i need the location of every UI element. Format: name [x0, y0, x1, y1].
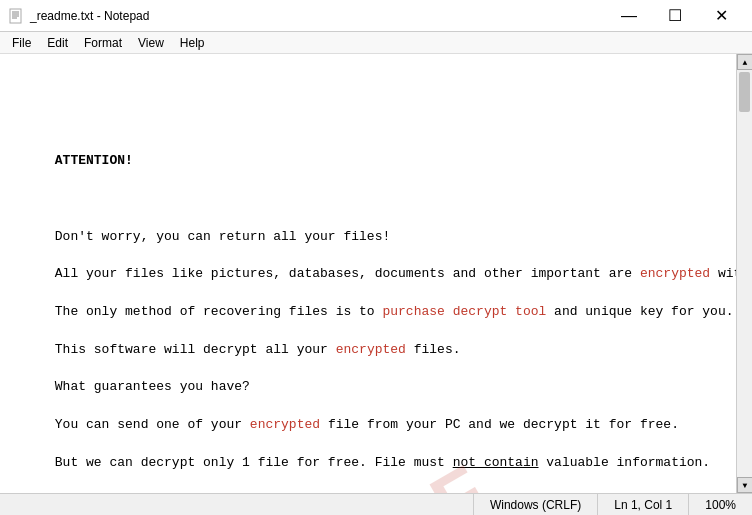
menu-edit[interactable]: Edit — [39, 34, 76, 52]
window-controls: — ☐ ✕ — [606, 0, 744, 32]
scroll-down-button[interactable]: ▼ — [737, 477, 752, 493]
menu-file[interactable]: File — [4, 34, 39, 52]
line-7: But we can decrypt only 1 file for free.… — [55, 455, 710, 470]
line-1: Don't worry, you can return all your fil… — [55, 229, 390, 244]
scroll-thumb[interactable] — [739, 72, 750, 112]
app-icon — [8, 8, 24, 24]
menu-bar: File Edit Format View Help — [0, 32, 752, 54]
status-zoom: 100% — [689, 494, 752, 515]
scroll-up-button[interactable]: ▲ — [737, 54, 752, 70]
vertical-scrollbar[interactable]: ▲ ▼ — [736, 54, 752, 493]
line-2: All your files like pictures, databases,… — [55, 266, 736, 281]
status-position: Ln 1, Col 1 — [598, 494, 689, 515]
title-bar-left: _readme.txt - Notepad — [8, 8, 149, 24]
attention-line: ATTENTION! — [55, 153, 133, 168]
menu-view[interactable]: View — [130, 34, 172, 52]
window-title: _readme.txt - Notepad — [30, 9, 149, 23]
line-5: What guarantees you have? — [55, 379, 250, 394]
text-content[interactable]: DWARF .RU ATTENTION! Don't worry, you ca… — [0, 54, 736, 493]
maximize-button[interactable]: ☐ — [652, 0, 698, 32]
line-4: This software will decrypt all your encr… — [55, 342, 461, 357]
minimize-button[interactable]: — — [606, 0, 652, 32]
menu-help[interactable]: Help — [172, 34, 213, 52]
title-bar: _readme.txt - Notepad — ☐ ✕ — [0, 0, 752, 32]
status-encoding: Windows (CRLF) — [474, 494, 598, 515]
status-bar: Windows (CRLF) Ln 1, Col 1 100% — [0, 493, 752, 515]
menu-format[interactable]: Format — [76, 34, 130, 52]
close-button[interactable]: ✕ — [698, 0, 744, 32]
line-3: The only method of recovering files is t… — [55, 304, 734, 319]
line-6: You can send one of your encrypted file … — [55, 417, 679, 432]
status-empty — [0, 494, 474, 515]
content-wrapper: DWARF .RU ATTENTION! Don't worry, you ca… — [0, 54, 752, 493]
line-8: You can get and look video overview decr… — [55, 492, 437, 493]
